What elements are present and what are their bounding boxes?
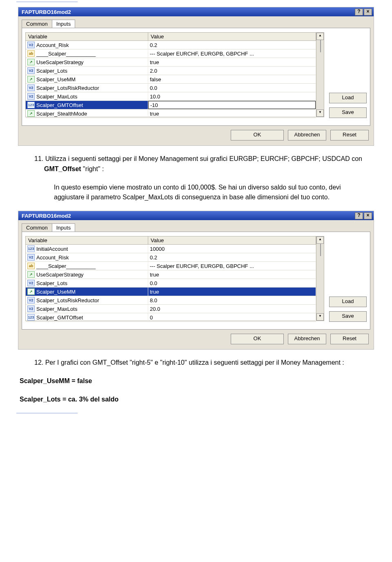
- dialog-title: FAPTURBO16mod2: [22, 9, 354, 15]
- button-row: OK Abbrechen Reset: [18, 126, 374, 145]
- col-header-variable[interactable]: Variable: [26, 33, 148, 41]
- dialog-title: FAPTURBO16mod2: [22, 213, 354, 219]
- tabrow: Common Inputs: [22, 20, 370, 28]
- value-cell[interactable]: 0.2: [148, 253, 316, 262]
- variable-cell[interactable]: ↗UseScalperStrategy: [26, 270, 148, 279]
- variable-cell[interactable]: ↗Scalper_UseMM: [26, 75, 148, 84]
- scroll-thumb[interactable]: [320, 40, 321, 52]
- variable-cell[interactable]: V2Scalper_Lots: [26, 279, 148, 288]
- variable-name: Scalper_UseMM: [36, 289, 76, 295]
- variable-cell[interactable]: V2Scalper_MaxLots: [26, 305, 148, 313]
- reset-button[interactable]: Reset: [330, 130, 369, 140]
- value-cell[interactable]: 20.0: [148, 305, 316, 313]
- value-cell[interactable]: --- Scalper EURCHF, EURGPB, GBPCHF ...: [148, 262, 316, 270]
- value-cell[interactable]: true: [148, 58, 316, 67]
- value-cell[interactable]: 0.0: [148, 279, 316, 288]
- zs-icon: ↗: [27, 110, 35, 117]
- variable-name: Scalper_GMTOffset: [36, 102, 83, 108]
- load-button[interactable]: Load: [329, 297, 367, 307]
- value-cell[interactable]: true: [148, 270, 316, 279]
- tab-common[interactable]: Common: [22, 223, 52, 232]
- ok-button[interactable]: OK: [231, 334, 284, 344]
- variable-name: UseScalperStrategy: [36, 59, 84, 65]
- variable-name: ____Scalper__________: [36, 51, 96, 57]
- variable-name: Scalper_Lots: [36, 280, 67, 286]
- variable-cell[interactable]: V2Scalper_Lots: [26, 67, 148, 75]
- tab-inputs[interactable]: Inputs: [52, 20, 75, 28]
- paragraph-11a: 11. Utilizza i seguenti settaggi per il …: [20, 154, 372, 174]
- inputs-grid: Variable V2Account_Riskab____Scalper____…: [25, 32, 324, 117]
- text-bold: GMT_Offset: [44, 165, 81, 172]
- close-button[interactable]: ×: [364, 9, 372, 16]
- v2-icon: V2: [27, 306, 35, 312]
- variable-cell[interactable]: 123InitialAccount: [26, 245, 148, 253]
- variable-name: Account_Risk: [36, 42, 69, 48]
- variable-cell[interactable]: V2Scalper_LotsRiskReductor: [26, 84, 148, 92]
- scroll-down-button[interactable]: ▼: [316, 313, 324, 321]
- col-header-variable[interactable]: Variable: [26, 236, 148, 245]
- setting-line-2: Scalper_Lots = ca. 3% del saldo: [20, 395, 372, 405]
- variable-cell[interactable]: 123Scalper_GMTOffset: [26, 101, 148, 109]
- value-cell[interactable]: --- Scalper EURCHF, EURGPB, GBPCHF ...: [148, 49, 316, 58]
- scroll-down-button[interactable]: ▼: [316, 109, 324, 117]
- variable-cell[interactable]: V2Scalper_LotsRiskReductor: [26, 296, 148, 305]
- value-cell[interactable]: 0: [148, 313, 316, 322]
- help-button[interactable]: ?: [355, 212, 363, 219]
- setting-line-1: Scalper_UseMM = false: [20, 376, 372, 386]
- scrollbar[interactable]: ▲ ▼: [316, 236, 324, 321]
- tab-inputs[interactable]: Inputs: [52, 223, 75, 232]
- value-cell[interactable]: 8.0: [148, 296, 316, 305]
- variable-name: Scalper_LotsRiskReductor: [36, 297, 99, 303]
- value-cell[interactable]: 10000: [148, 245, 316, 253]
- variable-cell[interactable]: ab____Scalper__________: [26, 49, 148, 58]
- variable-cell[interactable]: ↗UseScalperStrategy: [26, 58, 148, 67]
- variable-cell[interactable]: 123Scalper_GMTOffset: [26, 313, 148, 322]
- titlebar: FAPTURBO16mod2 ? ×: [18, 211, 374, 220]
- v2-icon: V2: [27, 280, 35, 286]
- ok-button[interactable]: OK: [231, 130, 284, 140]
- value-cell[interactable]: 0.0: [148, 84, 316, 92]
- col-header-value[interactable]: Value: [148, 33, 316, 41]
- value-cell[interactable]: true: [148, 288, 316, 296]
- scroll-up-button[interactable]: ▲: [316, 33, 324, 40]
- variable-name: Scalper_LotsRiskReductor: [36, 85, 99, 91]
- ab-icon: ab: [27, 263, 35, 269]
- scroll-up-button[interactable]: ▲: [316, 236, 324, 244]
- scrollbar[interactable]: ▲ ▼: [316, 33, 324, 117]
- variable-cell[interactable]: ↗Scalper_UseMM: [26, 288, 148, 296]
- zs-icon: ↗: [27, 59, 35, 65]
- tab-panel: Variable 123InitialAccountV2Account_Risk…: [22, 232, 370, 330]
- value-cell[interactable]: 10.0: [148, 92, 316, 101]
- variable-cell[interactable]: V2Account_Risk: [26, 41, 148, 49]
- value-cell[interactable]: 0.2: [148, 41, 316, 49]
- col-header-value[interactable]: Value: [148, 236, 316, 245]
- load-button[interactable]: Load: [329, 93, 367, 103]
- cancel-button[interactable]: Abbrechen: [288, 130, 326, 140]
- variable-cell[interactable]: V2Scalper_MaxLots: [26, 92, 148, 101]
- v2-icon: V2: [27, 297, 35, 303]
- i123-icon: 123: [27, 314, 35, 321]
- inputs-grid: Variable 123InitialAccountV2Account_Risk…: [25, 236, 324, 321]
- reset-button[interactable]: Reset: [330, 334, 369, 344]
- scroll-thumb[interactable]: [320, 244, 321, 256]
- variable-cell[interactable]: V2Account_Risk: [26, 253, 148, 262]
- cancel-button[interactable]: Abbrechen: [288, 334, 326, 344]
- titlebar: FAPTURBO16mod2 ? ×: [18, 7, 374, 16]
- value-cell[interactable]: 2.0: [148, 67, 316, 75]
- save-button[interactable]: Save: [329, 311, 367, 322]
- help-button[interactable]: ?: [355, 9, 363, 16]
- close-button[interactable]: ×: [364, 212, 372, 219]
- value-cell[interactable]: false: [148, 75, 316, 84]
- variable-name: UseScalperStrategy: [36, 272, 84, 278]
- variable-name: Scalper_Lots: [36, 68, 67, 74]
- variable-name: Scalper_GMTOffset: [36, 314, 83, 321]
- variable-cell[interactable]: ab____Scalper__________: [26, 262, 148, 270]
- value-cell[interactable]: true: [148, 109, 316, 118]
- value-input[interactable]: -10: [148, 101, 316, 109]
- save-button[interactable]: Save: [329, 107, 367, 118]
- variable-cell[interactable]: ↗Scalper_StealthMode: [26, 109, 148, 118]
- tab-common[interactable]: Common: [22, 20, 52, 28]
- value-cell[interactable]: -10: [148, 101, 316, 109]
- v2-icon: V2: [27, 42, 35, 48]
- i123-icon: 123: [27, 102, 35, 108]
